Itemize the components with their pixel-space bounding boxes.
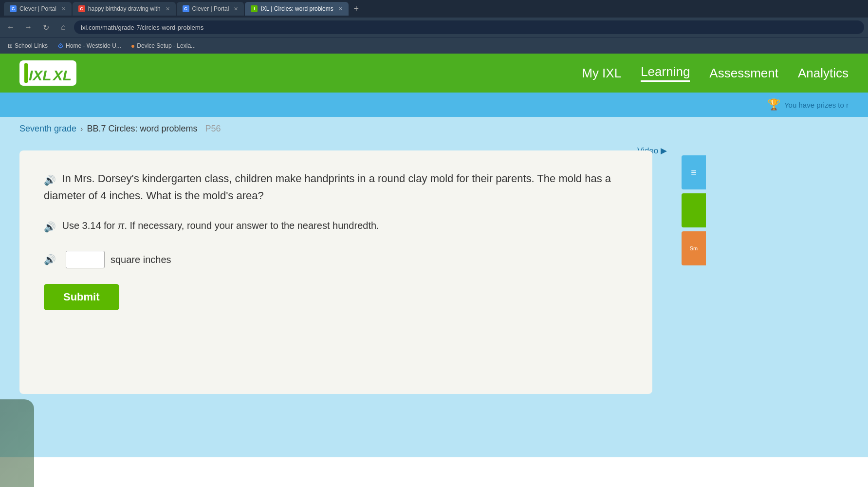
tab-add-button[interactable]: + [350,2,363,16]
answer-row: 🔊 square inches [44,251,628,268]
bookmark-school-links-label: School Links [15,42,48,49]
right-panel-btn-3[interactable]: Sm [682,231,706,265]
answer-unit: square inches [111,254,171,265]
submit-button[interactable]: Submit [44,284,119,310]
nav-analytics[interactable]: Analytics [798,66,849,81]
breadcrumb-bar: Seventh grade › BB.7 Circles: word probl… [0,117,868,141]
tab-bar: C Clever | Portal ✕ G happy birthday dra… [0,0,868,18]
tab-google[interactable]: G happy birthday drawing with ✕ [73,2,176,16]
address-input[interactable] [74,20,864,34]
right-panel-btn-1[interactable]: ≡ [682,155,706,189]
breadcrumb-separator: › [80,125,83,133]
tab-title-4: IXL | Circles: word problems [260,5,333,12]
home-button[interactable]: ⌂ [56,20,70,34]
problem-text-2: Use 3.14 for π. If necessary, round your… [62,220,379,231]
pi-symbol: π [118,220,124,231]
problem-text-1-row: 🔊 In Mrs. Dorsey's kindergarten class, c… [44,170,628,204]
nav-learning[interactable]: Learning [641,64,690,82]
right-panel-btn-3-label: Sm [690,245,698,251]
device-setup-icon: ● [131,42,135,50]
nav-myixl[interactable]: My IXL [582,66,621,81]
tab-title-3: Clever | Portal [192,5,229,12]
bookmark-home-westside[interactable]: ⚙ Home - Westside U... [54,40,125,52]
sound-icon-1[interactable]: 🔊 [44,174,56,186]
nav-assessment[interactable]: Assessment [709,66,778,81]
answer-input[interactable] [66,251,105,268]
breadcrumb-parent[interactable]: Seventh grade [19,124,76,134]
ixl-app: IXL XL My IXL Learning Assessment Analyt… [0,54,868,457]
logo-bar [24,63,28,83]
browser-chrome: C Clever | Portal ✕ G happy birthday dra… [0,0,868,54]
bookmark-device-setup-label: Device Setup - Lexia... [137,42,196,49]
breadcrumb-current: BB.7 Circles: word problems [87,124,197,134]
address-bar-row: ← → ↻ ⌂ [0,18,868,37]
prizes-bar: 🏆 You have prizes to r [0,93,868,117]
reload-button[interactable]: ↻ [39,20,53,34]
bookmark-home-westside-label: Home - Westside U... [66,42,121,49]
trophy-icon: 🏆 [767,98,780,111]
tab-clever-2[interactable]: C Clever | Portal ✕ [177,2,244,16]
prizes-text-area[interactable]: 🏆 You have prizes to r [767,98,849,111]
ixl-logo-text: IXL [29,68,52,83]
tab-favicon-2: G [78,5,85,12]
problem-card: 🔊 In Mrs. Dorsey's kindergarten class, c… [19,150,652,394]
bookmarks-bar: ⊞ School Links ⚙ Home - Westside U... ● … [0,37,868,54]
bookmark-device-setup[interactable]: ● Device Setup - Lexia... [127,40,200,52]
sound-icon-3[interactable]: 🔊 [44,254,56,265]
prizes-text: You have prizes to r [784,101,849,109]
tab-favicon-3: C [183,5,189,12]
ixl-logo-xl: XL [53,68,72,83]
back-button[interactable]: ← [4,20,18,34]
tab-title-2: happy birthday drawing with [88,5,161,12]
sound-icon-2[interactable]: 🔊 [44,221,56,233]
bookmark-school-links[interactable]: ⊞ School Links [4,40,52,51]
ixl-logo[interactable]: IXL XL [19,60,76,86]
problem-text-1: In Mrs. Dorsey's kindergarten class, chi… [44,172,611,202]
home-westside-icon: ⚙ [57,42,64,50]
content-area: Video ▶ 🔊 In Mrs. Dorsey's kindergarten … [0,141,868,457]
tab-close-3[interactable]: ✕ [234,6,238,12]
school-links-icon: ⊞ [8,42,13,49]
ixl-nav: My IXL Learning Assessment Analytics [582,64,849,82]
right-side-panel: ≡ Sm [682,155,706,438]
tab-close-1[interactable]: ✕ [61,6,66,12]
tab-close-4[interactable]: ✕ [338,6,343,12]
tab-ixl[interactable]: I IXL | Circles: word problems ✕ [245,2,348,16]
problem-code: P56 [205,124,221,134]
tab-clever-1[interactable]: C Clever | Portal ✕ [4,2,72,16]
tab-close-2[interactable]: ✕ [166,6,170,12]
forward-button[interactable]: → [21,20,35,34]
tab-favicon-1: C [10,5,17,12]
tab-favicon-4: I [251,5,258,12]
tab-title-1: Clever | Portal [19,5,56,12]
right-panel-btn-2[interactable] [682,193,706,227]
ixl-header: IXL XL My IXL Learning Assessment Analyt… [0,54,868,93]
problem-text-2-row: 🔊 Use 3.14 for π. If necessary, round yo… [44,218,628,233]
